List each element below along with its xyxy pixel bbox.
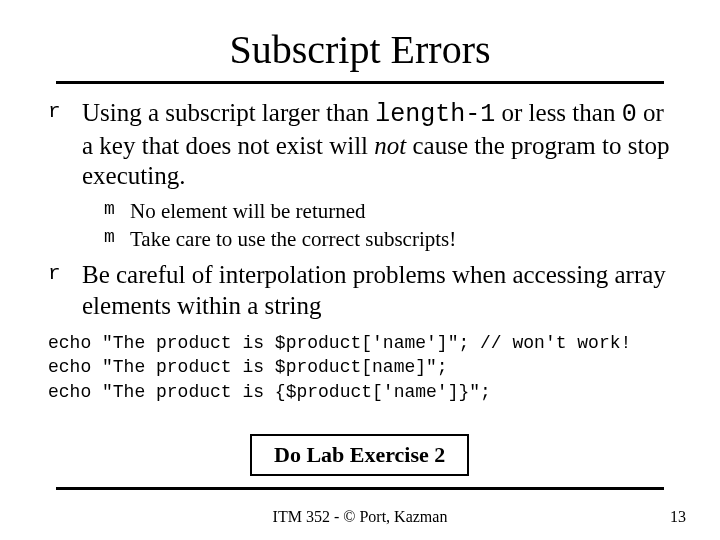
code-line-3: echo "The product is {$product['name']}"… <box>48 382 491 402</box>
footer-rule <box>56 487 664 490</box>
subbullet-2-text: Take care to use the correct subscripts! <box>130 226 456 252</box>
bullet-marker: m <box>104 226 118 249</box>
bullet-1: r Using a subscript larger than length-1… <box>48 98 672 192</box>
bullet-1-text: Using a subscript larger than length-1 o… <box>82 98 672 192</box>
slide: Subscript Errors r Using a subscript lar… <box>0 0 720 540</box>
text: or less than <box>495 99 621 126</box>
bullet-marker: r <box>48 260 66 288</box>
subbullet-1-text: No element will be returned <box>130 198 366 224</box>
code-block: echo "The product is $product['name']"; … <box>48 331 672 404</box>
code-line-1: echo "The product is $product['name']"; … <box>48 333 631 353</box>
footer-text: ITM 352 - © Port, Kazman <box>0 508 720 526</box>
title-rule <box>56 81 664 84</box>
bullet-2: r Be careful of interpolation problems w… <box>48 260 672 321</box>
code-inline: length-1 <box>375 100 495 129</box>
code-line-2: echo "The product is $product[name]"; <box>48 357 448 377</box>
exercise-box: Do Lab Exercise 2 <box>250 434 469 476</box>
subbullet-2: m Take care to use the correct subscript… <box>104 226 672 252</box>
page-number: 13 <box>670 508 686 526</box>
emphasis-not: not <box>374 132 406 159</box>
bullet-marker: m <box>104 198 118 221</box>
subbullet-1: m No element will be returned <box>104 198 672 224</box>
bullet-marker: r <box>48 98 66 126</box>
text: Using a subscript larger than <box>82 99 375 126</box>
code-inline: 0 <box>622 100 637 129</box>
slide-title: Subscript Errors <box>48 26 672 73</box>
bullet-2-text: Be careful of interpolation problems whe… <box>82 260 672 321</box>
